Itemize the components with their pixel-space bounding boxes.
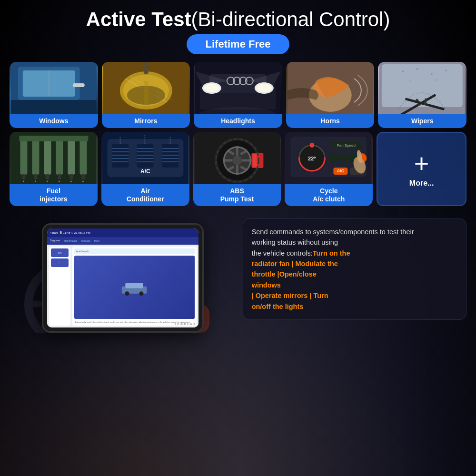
svg-point-19 (204, 84, 219, 92)
thinkcar-brand: THINKCAR (174, 322, 196, 326)
svg-text:Fan Speed: Fan Speed (337, 143, 356, 148)
card-horns[interactable]: Horns (286, 62, 375, 128)
svg-rect-4 (11, 100, 97, 114)
svg-point-62 (82, 180, 84, 182)
info-description-box: Send commands to systems/components to t… (243, 218, 466, 320)
svg-text:A/C: A/C (140, 168, 150, 175)
tablet-status-text: 4 Bars 🔋 11:48 △ 21 05:17 PM (50, 231, 90, 234)
tablet-sidebar-car[interactable]: 🚗 (51, 258, 69, 267)
svg-rect-14 (143, 62, 148, 74)
tablet-container: 4 Bars 🔋 11:48 △ 21 05:17 PM Diagnose Ma… (10, 214, 236, 333)
card-image-horns (286, 62, 375, 114)
svg-rect-49 (79, 137, 87, 175)
svg-text:22°: 22° (308, 156, 316, 161)
svg-point-39 (431, 73, 433, 75)
tablet-sidebar-car-label: 🚗 (58, 261, 61, 264)
tablet-nav-upgrade[interactable]: Upgrade (81, 239, 90, 242)
card-label-mirrors: Mirrors (102, 114, 190, 128)
svg-rect-65 (112, 144, 129, 168)
svg-point-88 (232, 156, 242, 165)
svg-point-110 (329, 153, 338, 163)
card-image-windows (10, 62, 98, 114)
card-label-wipers: Wipers (378, 114, 466, 128)
card-more[interactable]: + More... (377, 132, 466, 206)
svg-point-130 (125, 291, 129, 296)
info-text-highlight: Turn on theradiator fan | Modulate theth… (252, 249, 350, 310)
tablet-sidebar: VIN 🚗 (49, 247, 70, 326)
tablet-nav-maintenance[interactable]: Maintenance (64, 239, 78, 242)
svg-text:A/C: A/C (337, 169, 345, 173)
svg-rect-56 (81, 174, 85, 179)
card-wipers[interactable]: Wipers (378, 62, 466, 128)
svg-rect-52 (34, 174, 37, 179)
tablet-nav-more[interactable]: More (94, 239, 99, 242)
bottom-section: 4 Bars 🔋 11:48 △ 21 05:17 PM Diagnose Ma… (10, 214, 466, 471)
card-label-cycle-ac: Cycle A/c clutch (285, 184, 373, 206)
card-windows[interactable]: Windows (10, 62, 98, 128)
card-label-horns: Horns (286, 114, 375, 128)
svg-point-58 (35, 180, 36, 182)
title-bold-part: Active Test (86, 8, 191, 30)
svg-point-111 (338, 153, 348, 163)
page-title: Active Test(Bi-directional Control) (86, 9, 390, 30)
svg-point-131 (139, 291, 144, 296)
svg-rect-48 (68, 137, 75, 175)
svg-rect-129 (126, 283, 144, 288)
card-cycle-ac[interactable]: 22° Fan Speed A/C Cycle A/ (285, 132, 373, 206)
tablet-autosearch-label: AutoSearch (74, 248, 195, 254)
card-label-headlights: Headlights (194, 114, 282, 128)
svg-rect-47 (56, 137, 63, 175)
svg-rect-66 (137, 144, 153, 168)
svg-rect-44 (20, 137, 27, 175)
svg-point-42 (436, 79, 437, 81)
svg-rect-13 (143, 81, 148, 105)
svg-rect-98 (252, 154, 257, 167)
lifetime-free-badge: Lifetime Free (187, 34, 290, 54)
svg-rect-50 (19, 136, 88, 141)
card-headlights[interactable]: Headlights (194, 62, 282, 128)
svg-rect-5 (73, 83, 85, 87)
card-image-headlights (194, 62, 282, 114)
tablet-car-illustration (74, 256, 195, 319)
card-image-mirrors (102, 62, 190, 114)
svg-point-37 (402, 70, 404, 72)
svg-point-41 (410, 80, 411, 82)
svg-rect-53 (46, 174, 49, 179)
svg-rect-45 (32, 137, 39, 175)
tablet-autosearch-text: AutoSearch (76, 250, 89, 253)
svg-point-21 (257, 84, 272, 92)
tablet-sidebar-vin[interactable]: VIN (51, 248, 69, 257)
more-plus-icon: + (414, 150, 429, 176)
card-image-fuel (10, 132, 98, 184)
tablet-main: AutoSearch Automatically identi (72, 247, 197, 326)
feature-row-1: Windows (10, 62, 466, 128)
title-normal-part: (Bi-directional Control) (191, 8, 390, 30)
svg-rect-54 (58, 174, 61, 179)
svg-rect-67 (162, 144, 178, 168)
card-image-wipers (378, 62, 466, 114)
svg-rect-46 (44, 137, 51, 175)
svg-rect-51 (22, 174, 25, 179)
more-label: More... (409, 179, 434, 188)
svg-rect-55 (69, 174, 73, 179)
card-image-ac: A/C (101, 132, 189, 184)
card-image-cycle: 22° Fan Speed A/C (285, 132, 373, 184)
tablet-screen: 4 Bars 🔋 11:48 △ 21 05:17 PM Diagnose Ma… (47, 228, 198, 327)
card-label-windows: Windows (10, 114, 98, 128)
svg-rect-32 (382, 64, 463, 107)
tablet-body: VIN 🚗 AutoSearch (47, 245, 198, 327)
card-mirrors[interactable]: Mirrors (102, 62, 190, 128)
svg-point-60 (59, 180, 60, 182)
main-content: Active Test(Bi-directional Control) Life… (0, 0, 476, 476)
tablet-sidebar-vin-label: VIN (58, 251, 61, 254)
svg-point-40 (445, 69, 447, 71)
tablet-device[interactable]: 4 Bars 🔋 11:48 △ 21 05:17 PM Diagnose Ma… (42, 223, 204, 333)
svg-point-61 (70, 180, 72, 182)
tablet-status-bar: 4 Bars 🔋 11:48 △ 21 05:17 PM (47, 228, 198, 237)
tablet-navigation: Diagnose Maintenance Upgrade More (47, 237, 198, 245)
tablet-nav-diagnose[interactable]: Diagnose (50, 239, 60, 242)
svg-point-57 (23, 180, 24, 182)
svg-point-38 (416, 68, 419, 70)
svg-point-59 (47, 180, 48, 182)
svg-point-106 (310, 143, 315, 148)
